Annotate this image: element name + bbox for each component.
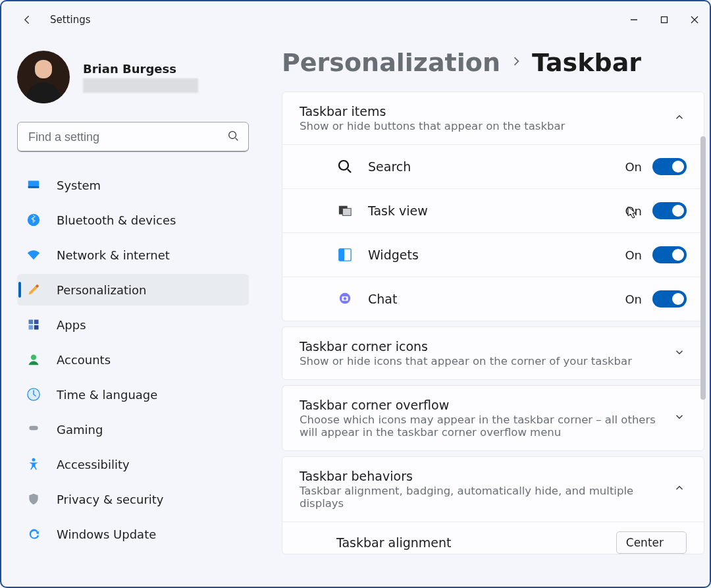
- window-maximize-button[interactable]: [649, 7, 679, 33]
- toggle-search[interactable]: [652, 158, 687, 175]
- behavior-row-alignment: Taskbar alignment Center: [282, 521, 704, 554]
- sidebar-item-gaming[interactable]: Gaming: [17, 414, 249, 445]
- panel-title: Taskbar corner overflow: [300, 398, 673, 412]
- sidebar-item-system[interactable]: System: [17, 169, 249, 201]
- sidebar-item-personalization[interactable]: Personalization: [17, 274, 249, 306]
- sidebar-item-label: System: [57, 178, 101, 192]
- sidebar-item-network[interactable]: Network & internet: [17, 239, 249, 271]
- shield-icon: [26, 492, 41, 506]
- row-state: On: [625, 204, 642, 218]
- row-label: Chat: [368, 292, 625, 306]
- sidebar-item-accessibility[interactable]: Accessibility: [17, 448, 249, 480]
- search-icon: [227, 130, 239, 144]
- wifi-icon: [26, 248, 41, 262]
- sidebar-item-privacy[interactable]: Privacy & security: [17, 483, 249, 515]
- row-label: Widgets: [368, 248, 625, 262]
- window-minimize-button[interactable]: [619, 7, 649, 33]
- apps-icon: [26, 317, 41, 332]
- panel-header-taskbar-items[interactable]: Taskbar items Show or hide buttons that …: [282, 92, 704, 144]
- toggle-taskview[interactable]: [652, 202, 687, 219]
- row-state: On: [625, 248, 642, 262]
- row-label: Search: [368, 159, 625, 174]
- sidebar-item-label: Apps: [57, 318, 86, 332]
- search-box[interactable]: [17, 122, 249, 152]
- taskbar-item-row-widgets: Widgets On: [282, 232, 704, 277]
- svg-point-2: [229, 132, 236, 139]
- taskbar-item-row-taskview: Task view On: [282, 188, 704, 232]
- row-label: Task view: [368, 203, 625, 218]
- globe-clock-icon: [26, 387, 41, 402]
- panel-subtitle: Show or hide buttons that appear on the …: [300, 120, 673, 132]
- svg-rect-6: [29, 320, 34, 325]
- sidebar-item-label: Privacy & security: [57, 493, 164, 506]
- search-icon: [336, 158, 354, 175]
- alignment-select[interactable]: Center: [616, 531, 687, 554]
- svg-point-14: [339, 161, 348, 170]
- panel-corner-overflow[interactable]: Taskbar corner overflow Choose which ico…: [282, 385, 704, 451]
- chat-icon: [336, 290, 354, 307]
- window-close-button[interactable]: [679, 7, 710, 33]
- sidebar-item-label: Time & language: [57, 388, 157, 402]
- sync-icon: [26, 527, 41, 541]
- svg-rect-1: [662, 16, 668, 22]
- sidebar-item-time-language[interactable]: Time & language: [17, 379, 249, 410]
- panel-taskbar-items: Taskbar items Show or hide buttons that …: [282, 92, 704, 321]
- select-value: Center: [626, 536, 664, 549]
- monitor-icon: [26, 178, 41, 192]
- taskbar-item-row-chat: Chat On: [282, 277, 704, 321]
- titlebar: Settings: [1, 1, 710, 38]
- chevron-down-icon: [673, 411, 687, 425]
- sidebar: Brian Burgess System: [1, 38, 265, 587]
- user-name: Brian Burgess: [83, 62, 198, 76]
- gamepad-icon: [26, 422, 41, 437]
- sidebar-item-label: Accessibility: [57, 458, 130, 471]
- panel-subtitle: Taskbar alignment, badging, automaticall…: [300, 485, 673, 510]
- panel-title: Taskbar items: [300, 104, 673, 119]
- back-button[interactable]: [20, 12, 36, 28]
- svg-rect-9: [34, 325, 39, 330]
- bluetooth-icon: [26, 213, 41, 227]
- chevron-up-icon: [673, 111, 687, 126]
- scrollbar[interactable]: [700, 136, 706, 400]
- chevron-up-icon: [673, 482, 687, 496]
- breadcrumb: Personalization Taskbar: [282, 48, 704, 77]
- taskbar-item-row-search: Search On: [282, 144, 704, 188]
- svg-rect-18: [339, 249, 344, 261]
- sidebar-item-windows-update[interactable]: Windows Update: [17, 518, 249, 550]
- panel-subtitle: Choose which icons may appear in the tas…: [300, 414, 673, 439]
- svg-point-10: [31, 355, 36, 360]
- sidebar-item-bluetooth[interactable]: Bluetooth & devices: [17, 204, 249, 236]
- sidebar-item-label: Bluetooth & devices: [57, 213, 176, 227]
- sidebar-item-apps[interactable]: Apps: [17, 309, 249, 340]
- sidebar-item-label: Network & internet: [57, 248, 170, 262]
- svg-rect-7: [34, 320, 39, 325]
- svg-point-13: [32, 458, 36, 462]
- panel-title: Taskbar corner icons: [300, 339, 673, 354]
- sidebar-item-label: Personalization: [57, 283, 146, 297]
- app-title: Settings: [50, 14, 91, 26]
- avatar: [17, 51, 70, 103]
- chevron-down-icon: [673, 346, 687, 361]
- brush-icon: [26, 282, 41, 297]
- user-email-redacted: [83, 78, 198, 93]
- panel-header-behaviors[interactable]: Taskbar behaviors Taskbar alignment, bad…: [282, 457, 704, 521]
- toggle-widgets[interactable]: [652, 246, 687, 263]
- row-state: On: [625, 160, 642, 174]
- sidebar-item-label: Windows Update: [57, 527, 156, 541]
- panel-title: Taskbar behaviors: [300, 469, 673, 483]
- sidebar-item-accounts[interactable]: Accounts: [17, 344, 249, 375]
- toggle-chat[interactable]: [652, 290, 687, 307]
- breadcrumb-parent[interactable]: Personalization: [282, 48, 500, 77]
- svg-rect-12: [29, 426, 38, 431]
- sidebar-item-label: Gaming: [57, 423, 103, 437]
- profile-block[interactable]: Brian Burgess: [17, 51, 249, 103]
- chevron-right-icon: [510, 55, 523, 70]
- widgets-icon: [336, 246, 354, 263]
- panel-corner-icons[interactable]: Taskbar corner icons Show or hide icons …: [282, 327, 704, 380]
- search-input[interactable]: [27, 130, 227, 145]
- row-state: On: [625, 292, 642, 306]
- content-area: Personalization Taskbar Taskbar items Sh…: [265, 38, 710, 587]
- taskview-icon: [336, 202, 354, 219]
- svg-rect-8: [29, 325, 34, 330]
- svg-rect-4: [28, 186, 40, 188]
